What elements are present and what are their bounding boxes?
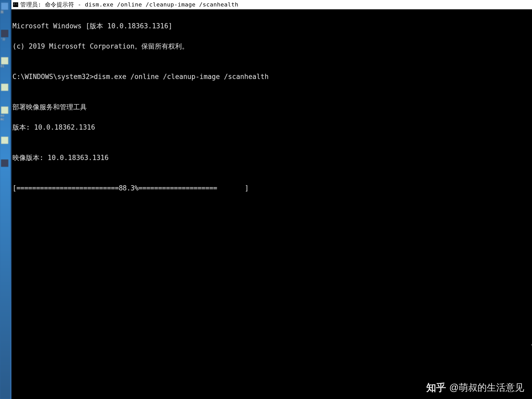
mouse-cursor-icon <box>505 339 512 348</box>
desktop-label: 01 <box>1 64 10 68</box>
window-title: 管理员: 命令提示符 - dism.exe /online /cleanup-i… <box>20 1 238 9</box>
dism-title-line: 部署映像服务和管理工具 <box>12 102 531 112</box>
version-line: Microsoft Windows [版本 10.0.18363.1316] <box>12 21 531 31</box>
terminal-output[interactable]: Microsoft Windows [版本 10.0.18363.1316] (… <box>11 9 532 399</box>
desktop-label: '分 <box>1 37 10 42</box>
desktop-label: eo <box>1 114 10 117</box>
desktop-folder-icon[interactable] <box>1 3 8 10</box>
command-prompt-window: C:\ 管理员: 命令提示符 - dism.exe /online /clean… <box>11 0 532 399</box>
dism-version-line: 版本: 10.0.18362.1316 <box>12 122 531 132</box>
desktop-app-icon[interactable] <box>1 30 8 37</box>
desktop-file-icon[interactable] <box>1 159 8 167</box>
zhihu-logo-icon: 知乎 <box>426 381 446 394</box>
progress-bar-line: [==========================88.3%========… <box>12 183 531 193</box>
desktop-label: mc <box>1 117 10 121</box>
desktop-file-icon[interactable] <box>1 137 8 144</box>
watermark-author: @萌叔的生活意见 <box>449 381 524 394</box>
desktop-file-icon[interactable] <box>1 57 8 64</box>
image-version-line: 映像版本: 10.0.18363.1316 <box>12 153 531 163</box>
desktop-file-icon[interactable] <box>1 107 8 114</box>
prompt-line: C:\WINDOWS\system32>dism.exe /online /cl… <box>12 72 531 82</box>
desktop-label: 面 <box>1 10 10 14</box>
titlebar[interactable]: C:\ 管理员: 命令提示符 - dism.exe /online /clean… <box>11 0 532 9</box>
watermark: 知乎 @萌叔的生活意见 <box>426 381 524 394</box>
desktop-file-icon[interactable] <box>1 84 8 91</box>
desktop-sidebar: 面 '分 01 eo mc <box>0 0 10 399</box>
cmd-icon: C:\ <box>13 2 18 7</box>
copyright-line: (c) 2019 Microsoft Corporation。保留所有权利。 <box>12 41 531 51</box>
